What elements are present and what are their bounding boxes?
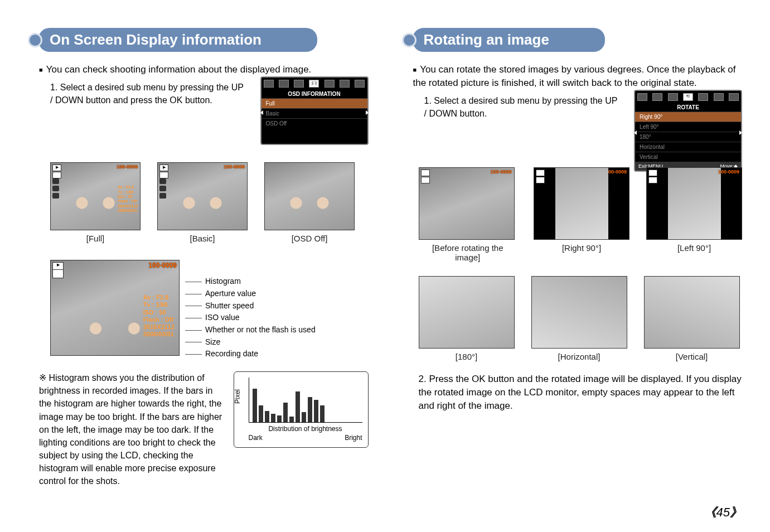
tab-icon [652, 93, 662, 101]
rthumb-before: 100-0009 [419, 167, 515, 240]
histogram-bar [259, 405, 263, 422]
section-title-right: Rotating an image [413, 28, 605, 52]
histogram-bar [253, 389, 257, 422]
callout-flash: Whether or not the flash is used [205, 324, 316, 336]
menu-arrow-left-icon [634, 130, 637, 135]
header-bullet-icon [28, 33, 42, 47]
osd-item-full: Full [261, 98, 367, 108]
rthumb-caption-horizontal: [Horizontal] [531, 352, 627, 361]
tab-icon [714, 93, 724, 101]
tab-icon [698, 93, 708, 101]
file-number: 100-0009 [490, 169, 511, 175]
file-number: 100-0009 [148, 262, 177, 269]
rotate-thumbs-row1: 100-0009 [Before rotating the image] 100… [419, 167, 743, 262]
thumb-row-left: ▶ 100-0009 Av : F2.8 Tv : 1/60 ISO : 50 … [50, 162, 369, 243]
rotate-thumbs-row2: 100-0009 [180°] 100-0009 [Horizontal] [419, 276, 743, 361]
rthumb-caption-left90: [Left 90°] [646, 243, 742, 253]
rotated-image [668, 168, 721, 239]
thumb-image-content [51, 185, 140, 230]
rthumb-right90: 100-0009 [534, 167, 629, 240]
file-number: 100-0009 [117, 164, 138, 170]
rthumb-caption-180: [180°] [419, 352, 515, 361]
tab-icon [668, 93, 678, 101]
thumb-caption-osdoff: [OSD Off] [264, 234, 355, 243]
histogram-bar [277, 415, 282, 422]
tab-icon [325, 80, 335, 88]
rthumb-caption-before: [Before rotating the image] [419, 243, 517, 262]
histogram-bar [283, 403, 288, 422]
thumb-caption-basic: [Basic] [157, 234, 248, 243]
osd-title: OSD INFORMATION [261, 90, 367, 98]
histogram-bar [320, 405, 325, 422]
thumb-basic: ▶ 100-0009 [157, 162, 248, 230]
tab-icon [729, 93, 739, 101]
histogram-bar [296, 391, 300, 422]
rotated-image [555, 168, 608, 239]
tab-icon [340, 80, 350, 88]
callout-iso: ISO value [205, 312, 316, 324]
histogram-bar [289, 417, 294, 422]
histogram-bar [314, 400, 318, 422]
file-number: 100-0009 [224, 164, 245, 170]
menu-arrow-right-icon [739, 130, 742, 135]
menu-arrow-right-icon [366, 110, 369, 115]
section-header-right: Rotating an image [402, 28, 743, 52]
histogram-diagram: Pixel Distribution of brightness [234, 371, 369, 448]
tab-icon-active: |□| [309, 80, 319, 88]
osd-title-rotate: ROTATE [635, 103, 741, 112]
histogram-dark-label: Dark [249, 434, 263, 442]
rthumb-horizontal: 100-0009 [531, 276, 627, 349]
callout-size: Size [205, 336, 316, 349]
histogram-bar [265, 411, 269, 422]
step2-right: 2. Press the OK button and the rotated i… [419, 373, 743, 412]
histogram-note: ※ Histogram shows you the distribution o… [39, 371, 222, 488]
rotated-image [419, 277, 514, 348]
play-icon: ▶ [159, 165, 168, 171]
osd-item-basic: Basic [261, 108, 367, 118]
histogram-bar [271, 414, 275, 422]
callout-histogram: Histogram [205, 275, 316, 288]
tab-icon-active: ⟲ [683, 93, 693, 101]
tab-icon [264, 80, 274, 88]
detail-block: ▶ 100-0009 Av : F2.8 Tv : 1/60 ISO : 50 … [50, 260, 369, 360]
histogram-ylabel: Pixel [234, 389, 241, 404]
callout-shutter: Shutter speed [205, 300, 316, 312]
tab-icon [279, 80, 289, 88]
step1-right: 1. Select a desired sub menu by pressing… [424, 94, 620, 120]
menu-arrow-left-icon [260, 110, 263, 115]
rotated-image [532, 277, 627, 348]
tab-icon [637, 93, 647, 101]
battery-icon [52, 269, 64, 278]
tab-icon [294, 80, 304, 88]
histogram-bar [302, 412, 306, 422]
page-number: 《45》 [704, 504, 742, 521]
thumb-full: ▶ 100-0009 Av : F2.8 Tv : 1/60 ISO : 50 … [50, 162, 141, 230]
thumb-image-content [51, 311, 179, 355]
rotated-image [645, 277, 739, 348]
thumb-image-content [158, 185, 247, 230]
rthumb-caption-right90: [Right 90°] [534, 243, 629, 253]
file-number: 100-0009 [606, 169, 627, 175]
detail-thumb: ▶ 100-0009 Av : F2.8 Tv : 1/60 ISO : 50 … [50, 260, 180, 356]
osd-tabs: ⟲ [635, 91, 741, 103]
battery-icon [536, 177, 545, 183]
rthumb-vertical: 100-0009 [644, 276, 740, 349]
rthumb-180: 100-0009 [419, 276, 515, 349]
callout-aperture: Aperture value [205, 288, 316, 300]
battery-icon [52, 172, 61, 178]
play-icon: ▶ [52, 165, 61, 171]
osd-item-horizontal: Horizontal [635, 142, 741, 152]
battery-icon [159, 172, 168, 178]
rthumb-left90: 100-0009 [646, 167, 742, 240]
callout-date: Recording date [205, 348, 316, 360]
osd-item-vertical: Vertical [635, 152, 741, 162]
section-title-left: On Screen Display information [38, 28, 317, 52]
histogram-bright-label: Bright [345, 434, 362, 442]
play-icon [421, 170, 430, 176]
battery-icon [421, 177, 430, 183]
osd-item-osdoff: OSD Off [261, 118, 367, 128]
rotate-menu: ⟲ ROTATE Right 90° Left 90° 180° Horizon… [634, 90, 742, 172]
thumb-caption-full: [Full] [50, 234, 141, 243]
tab-icon [355, 80, 365, 88]
thumb-osdoff [264, 162, 355, 230]
